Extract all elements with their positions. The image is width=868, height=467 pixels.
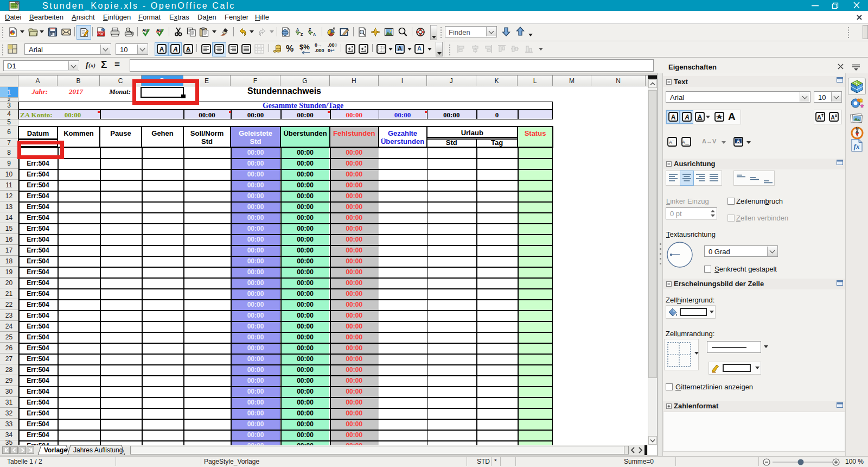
- svg-text:A: A: [296, 28, 299, 31]
- svg-text:Z: Z: [309, 28, 311, 31]
- svg-text:A: A: [313, 33, 316, 36]
- svg-text:A: A: [684, 113, 690, 121]
- svg-text:Z: Z: [301, 33, 303, 36]
- svg-text:PDF: PDF: [98, 32, 105, 36]
- svg-text:A: A: [817, 114, 821, 121]
- svg-text:A: A: [671, 113, 676, 121]
- svg-text:fx: fx: [854, 142, 860, 150]
- svg-text:A: A: [173, 46, 178, 53]
- svg-text:A: A: [698, 113, 702, 120]
- svg-text:A‿: A‿: [682, 140, 690, 145]
- svg-text:A: A: [831, 115, 834, 121]
- svg-text:A: A: [186, 46, 190, 52]
- svg-text:A: A: [159, 46, 164, 53]
- svg-text:Aˉ: Aˉ: [669, 140, 674, 145]
- svg-text:A: A: [737, 138, 741, 144]
- svg-text:A: A: [398, 45, 402, 52]
- svg-text:A: A: [417, 45, 422, 52]
